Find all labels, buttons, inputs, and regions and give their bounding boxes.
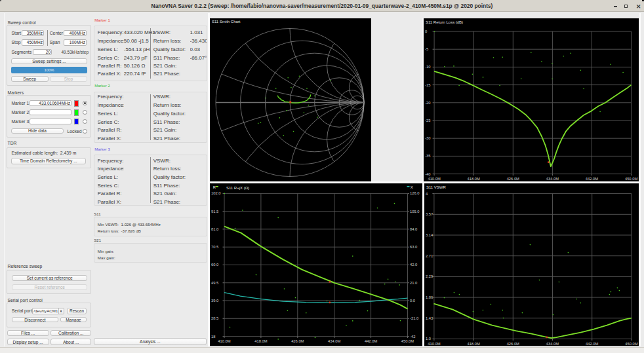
svg-text:-42: -42 bbox=[409, 335, 414, 339]
svg-text:126.0: 126.0 bbox=[409, 192, 418, 196]
svg-text:28.5: 28.5 bbox=[211, 317, 218, 321]
svg-text:3.57: 3.57 bbox=[426, 213, 433, 217]
svg-text:60.0: 60.0 bbox=[211, 263, 218, 267]
svg-text:442.0M: 442.0M bbox=[586, 177, 598, 181]
svg-text:39.0: 39.0 bbox=[211, 299, 218, 303]
svg-text:-10: -10 bbox=[425, 65, 430, 69]
svg-text:X: X bbox=[410, 186, 413, 190]
svg-text:S11 Return Loss (dB): S11 Return Loss (dB) bbox=[426, 20, 463, 24]
svg-text:102.0: 102.0 bbox=[211, 192, 220, 196]
svg-text:418.0M: 418.0M bbox=[467, 177, 479, 181]
svg-text:18: 18 bbox=[211, 335, 215, 339]
svg-text:410.0M: 410.0M bbox=[428, 342, 440, 346]
svg-text:418.0M: 418.0M bbox=[467, 342, 479, 346]
svg-text:S11 VSWR: S11 VSWR bbox=[426, 185, 446, 189]
svg-text:1.0: 1.0 bbox=[426, 337, 431, 341]
svg-text:42.0: 42.0 bbox=[409, 263, 416, 267]
svg-text:434.0M: 434.0M bbox=[546, 342, 558, 346]
svg-text:410.0M: 410.0M bbox=[218, 339, 230, 343]
svg-text:81.0: 81.0 bbox=[211, 227, 218, 231]
svg-text:418.0M: 418.0M bbox=[254, 339, 267, 343]
svg-text:0: 0 bbox=[425, 29, 427, 33]
svg-text:70.5: 70.5 bbox=[211, 246, 218, 250]
svg-text:-40: -40 bbox=[425, 172, 430, 176]
svg-text:S11 Smith Chart: S11 Smith Chart bbox=[212, 19, 241, 23]
svg-text:410.0M: 410.0M bbox=[428, 177, 440, 181]
svg-text:84.0: 84.0 bbox=[409, 227, 416, 231]
svg-text:-35: -35 bbox=[425, 154, 430, 158]
svg-text:442.0M: 442.0M bbox=[364, 339, 376, 343]
svg-text:426.0M: 426.0M bbox=[291, 339, 304, 343]
svg-text:-15: -15 bbox=[425, 83, 430, 86]
svg-text:434.0M: 434.0M bbox=[328, 339, 340, 343]
svg-text:21.0: 21.0 bbox=[409, 281, 416, 285]
svg-text:442.0M: 442.0M bbox=[586, 342, 598, 346]
svg-text:426.0M: 426.0M bbox=[506, 342, 519, 346]
svg-text:426.0M: 426.0M bbox=[507, 177, 519, 181]
svg-text:-5: -5 bbox=[425, 47, 428, 51]
svg-text:63.0: 63.0 bbox=[409, 246, 416, 250]
svg-text:105.0: 105.0 bbox=[409, 210, 418, 214]
svg-text:-30: -30 bbox=[425, 136, 430, 140]
svg-text:3.14: 3.14 bbox=[426, 233, 433, 237]
svg-text:2.71: 2.71 bbox=[426, 254, 433, 258]
svg-text:0.0: 0.0 bbox=[409, 299, 414, 303]
svg-text:R: R bbox=[212, 186, 216, 190]
svg-text:91.5: 91.5 bbox=[211, 210, 218, 214]
svg-text:-20: -20 bbox=[425, 100, 430, 104]
svg-text:450.0M: 450.0M bbox=[625, 342, 637, 346]
svg-text:434.0M: 434.0M bbox=[546, 177, 559, 181]
svg-text:2.29: 2.29 bbox=[426, 275, 433, 279]
svg-text:450.0M: 450.0M bbox=[625, 177, 637, 181]
svg-text:1.86: 1.86 bbox=[426, 295, 433, 299]
svg-text:1.43: 1.43 bbox=[426, 316, 433, 320]
svg-text:-25: -25 bbox=[425, 118, 430, 122]
svg-text:-21.0: -21.0 bbox=[409, 317, 418, 321]
svg-text:450.0M: 450.0M bbox=[401, 339, 413, 343]
svg-text:S11 R+jX (Ω): S11 R+jX (Ω) bbox=[226, 186, 249, 190]
svg-text:49.5: 49.5 bbox=[211, 281, 218, 285]
